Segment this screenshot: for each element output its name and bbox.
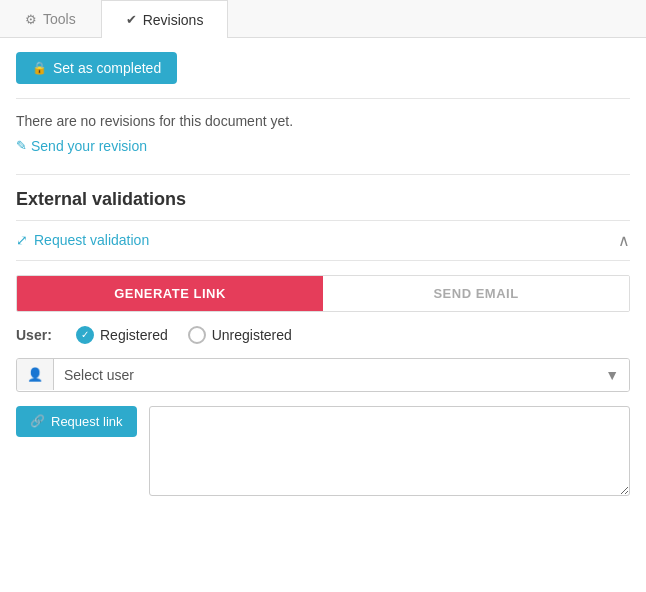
external-validations-section: External validations ⤢ Request validatio…	[16, 189, 630, 496]
send-revision-label: Send your revision	[31, 138, 147, 154]
lock-icon: 🔒	[32, 61, 47, 75]
request-validation-label: Request validation	[34, 232, 149, 248]
select-user-row: 👤 Select user ▼	[16, 358, 630, 392]
chevron-up-icon: ∧	[618, 231, 630, 250]
tab-tools[interactable]: ⚙ Tools	[0, 0, 101, 37]
radio-check-icon: ✓	[81, 330, 89, 340]
share-icon: ⤢	[16, 232, 28, 248]
divider-2	[16, 174, 630, 175]
generate-link-tab[interactable]: GENERATE LINK	[17, 276, 323, 311]
select-user-dropdown[interactable]: Select user	[54, 359, 595, 391]
bottom-row: 🔗 Request link	[16, 406, 630, 496]
registered-option[interactable]: ✓ Registered	[76, 326, 168, 344]
edit-icon: ✎	[16, 138, 27, 153]
check-icon: ✔	[126, 12, 137, 27]
tabs-bar: ⚙ Tools ✔ Revisions	[0, 0, 646, 38]
unregistered-option[interactable]: Unregistered	[188, 326, 292, 344]
request-link-button[interactable]: 🔗 Request link	[16, 406, 137, 437]
unregistered-radio[interactable]	[188, 326, 206, 344]
request-validation-left: ⤢ Request validation	[16, 232, 149, 248]
validation-body: GENERATE LINK SEND EMAIL User: ✓ Registe…	[16, 261, 630, 496]
user-field-label: User:	[16, 327, 56, 343]
message-textarea[interactable]	[149, 406, 630, 496]
request-link-label: Request link	[51, 414, 123, 429]
tab-tools-label: Tools	[43, 11, 76, 27]
no-revisions-text: There are no revisions for this document…	[16, 113, 630, 129]
send-email-label: SEND EMAIL	[433, 286, 518, 301]
unregistered-label: Unregistered	[212, 327, 292, 343]
send-email-tab[interactable]: SEND EMAIL	[323, 276, 629, 311]
generate-link-label: GENERATE LINK	[114, 286, 226, 301]
request-validation-header[interactable]: ⤢ Request validation ∧	[16, 220, 630, 261]
set-completed-label: Set as completed	[53, 60, 161, 76]
divider-1	[16, 98, 630, 99]
gear-icon: ⚙	[25, 12, 37, 27]
user-icon: 👤	[27, 367, 43, 382]
external-validations-title: External validations	[16, 189, 630, 210]
inner-tabs: GENERATE LINK SEND EMAIL	[16, 275, 630, 312]
registered-label: Registered	[100, 327, 168, 343]
tab-revisions-label: Revisions	[143, 12, 204, 28]
page-content: 🔒 Set as completed There are no revision…	[0, 38, 646, 510]
user-row: User: ✓ Registered Unregistered	[16, 326, 630, 344]
user-icon-box: 👤	[17, 359, 54, 390]
registered-radio[interactable]: ✓	[76, 326, 94, 344]
link-icon: 🔗	[30, 414, 45, 428]
dropdown-arrow-icon: ▼	[595, 359, 629, 391]
send-revision-link[interactable]: ✎ Send your revision	[16, 138, 147, 154]
set-completed-button[interactable]: 🔒 Set as completed	[16, 52, 177, 84]
tab-revisions[interactable]: ✔ Revisions	[101, 0, 229, 38]
